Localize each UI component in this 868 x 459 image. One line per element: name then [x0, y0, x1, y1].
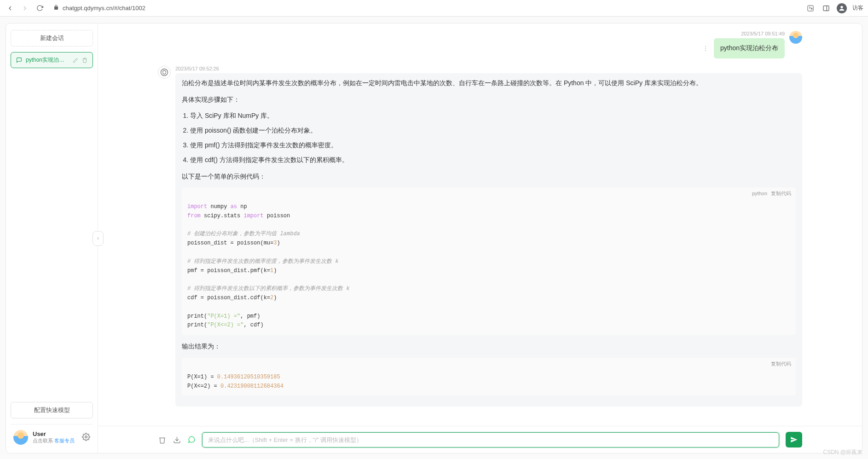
composer [98, 426, 862, 453]
sidebar: 新建会话 python实现泊松分布 [6, 23, 98, 453]
lock-icon [53, 5, 59, 12]
browser-bar: chatgpt.qdymys.cn/#/chat/1002 访客 [0, 0, 868, 17]
whatsapp-icon[interactable] [187, 436, 196, 444]
send-button[interactable] [786, 432, 802, 447]
steps-list: 导入 SciPy 库和 NumPy 库。 使用 poisson() 函数创建一个… [190, 110, 796, 165]
svg-point-3 [840, 6, 843, 8]
code-block: python 复制代码 import numpy as np from scip… [182, 187, 796, 335]
list-item: 使用 poisson() 函数创建一个泊松分布对象。 [190, 125, 796, 136]
download-icon[interactable] [173, 436, 181, 444]
edit-icon[interactable] [72, 57, 79, 64]
support-link[interactable]: 客服专员 [54, 438, 75, 443]
message-bubble-user: python实现泊松分布 [714, 38, 785, 58]
svg-point-5 [161, 69, 168, 76]
paragraph: 具体实现步骤如下： [182, 94, 796, 105]
code-body: P(X=1) = 0.14936120510359185 P(X<=2) = 0… [182, 370, 796, 396]
paragraph: 泊松分布是描述单位时间内某事件发生次数的概率分布，例如在一定时间内雷电击中某地的… [182, 78, 796, 89]
paragraph: 以下是一个简单的示例代码： [182, 171, 796, 182]
code-block-output: 复制代码 P(X=1) = 0.14936120510359185 P(X<=2… [182, 358, 796, 395]
user-sub: 点击联系 客服专员 [33, 437, 77, 444]
url-text: chatgpt.qdymys.cn/#/chat/1002 [63, 5, 145, 12]
messages-list: 2023/5/17 09:51:49 ⋮ python实现泊松分布 [98, 23, 862, 426]
panel-icon[interactable] [821, 3, 831, 13]
message-row-user: 2023/5/17 09:51:49 ⋮ python实现泊松分布 [158, 31, 802, 58]
delete-icon[interactable] [81, 57, 88, 64]
back-button[interactable] [5, 3, 16, 14]
new-chat-button[interactable]: 新建会话 [11, 30, 93, 46]
session-title: python实现泊松分布 [26, 56, 69, 64]
list-item: 使用 cdf() 方法得到指定事件发生次数以下的累积概率。 [190, 155, 796, 166]
reload-button[interactable] [34, 3, 45, 14]
copy-code-button[interactable]: 复制代码 [771, 360, 791, 368]
list-item: 使用 pmf() 方法得到指定事件发生次数的概率密度。 [190, 140, 796, 151]
timestamp: 2023/5/17 09:52:26 [175, 66, 802, 71]
code-lang: python [752, 189, 767, 198]
svg-point-4 [85, 436, 87, 438]
chat-icon [16, 57, 22, 64]
quick-model-button[interactable]: 配置快速模型 [11, 402, 93, 418]
timestamp: 2023/5/17 09:51:49 [741, 31, 785, 36]
chrome-actions: 访客 [805, 3, 863, 13]
user-avatar[interactable] [13, 430, 28, 445]
chat-input[interactable] [202, 432, 779, 447]
svg-rect-0 [808, 6, 813, 11]
sidebar-footer: User 点击联系 客服专员 [11, 424, 93, 447]
message-bubble-bot: 泊松分布是描述单位时间内某事件发生次数的概率分布，例如在一定时间内雷电击中某地的… [175, 73, 802, 407]
clear-icon[interactable] [158, 436, 166, 444]
address-bar[interactable]: chatgpt.qdymys.cn/#/chat/1002 [49, 5, 802, 12]
paragraph: 输出结果为： [182, 341, 796, 352]
session-item-active[interactable]: python实现泊松分布 [11, 52, 93, 68]
more-icon[interactable]: ⋮ [702, 45, 709, 52]
avatar [789, 31, 802, 44]
code-body: import numpy as np from scipy.stats impo… [182, 200, 796, 335]
user-name: User [33, 430, 77, 437]
profile-icon[interactable] [837, 3, 847, 13]
visitor-label: 访客 [852, 4, 863, 12]
translate-icon[interactable] [805, 3, 816, 13]
copy-code-button[interactable]: 复制代码 [771, 189, 791, 198]
sidebar-collapse-button[interactable] [93, 231, 104, 246]
message-row-bot: 2023/5/17 09:52:26 泊松分布是描述单位时间内某事件发生次数的概… [158, 66, 802, 407]
svg-rect-1 [823, 6, 829, 11]
avatar [158, 66, 171, 79]
chat-area: 2023/5/17 09:51:49 ⋮ python实现泊松分布 [98, 23, 862, 453]
list-item: 导入 SciPy 库和 NumPy 库。 [190, 110, 796, 122]
gear-icon[interactable] [82, 433, 90, 442]
forward-button[interactable] [19, 3, 30, 14]
